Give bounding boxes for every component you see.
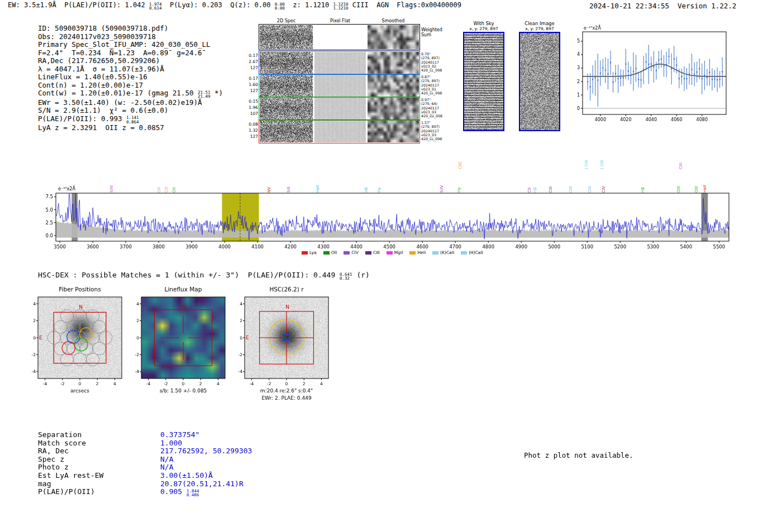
photz-note: Phot z plot not available. [524,451,633,459]
legend-item: OII [323,250,337,255]
fiber-weight-value: 1.96 [241,104,258,111]
spec2d-col-header-2dspec: 2D Spec [260,18,313,23]
hsc-cutout-plot [229,293,335,387]
value-uncertainty-range: 0.000.00 [275,2,285,10]
legend-label: OII [331,250,337,255]
match-value: 0.905 1.8440.486 [160,487,199,496]
info-line: Cont(n) = 1.20(±0.00)e-17 [38,82,223,90]
legend-label: CIV [351,250,359,255]
value-uncertainty-range: 1.12101.1210 [333,2,349,10]
spec2d-image [260,98,313,119]
fiber-annotation-line: 0.87" [421,75,447,79]
fiber-annotation-line: (279, 897) [421,56,447,60]
fiber-positions-plot [22,293,128,387]
withsky-image-frame [463,32,504,131]
legend-label: HeII [417,250,426,255]
match-label: Match score [38,439,160,448]
match-label: Photo z [38,463,160,472]
fiber-weight-value: 1.60 [241,82,258,88]
pixel-flat-image [314,75,366,97]
text-run: 0.905 [160,487,187,496]
fiber-weight-value: 1.32 [241,127,258,133]
match-row: Match score1.000 [38,439,252,448]
fiber-annotation-line: 1.57" [421,121,447,124]
info-line: LyA z = 2.3291 OII z = 0.0857 [38,124,223,132]
info-line: RA,Dec (217.762650,50.299206) [38,57,223,65]
spectrum-legend: LyαOIICIVCIIIMgIIHeII(K)CaII(H)CaII [45,250,740,255]
catalog-match-table: Separation0.373754"Match score1.000RA, D… [38,431,252,496]
spec2d-image [260,121,313,142]
legend-item: CIV [344,250,359,255]
lineflux-map-title: Lineflux Map [141,286,225,293]
fiber-positions-xlabel: arcsecs [38,388,122,394]
clean-coords: x, y: 279, 897 [516,26,563,31]
text-run: EWr = 3.50(±1.40) (w: -2.50(±0.02)e19)Å [38,98,202,107]
fiber-annotation-line: 420_LU_006 [421,114,447,118]
fiber-annotation: 1.57"(279, 897)20240117v023_03420_LL_098 [421,121,447,141]
fiber-weight-value: 0.08 [241,121,258,127]
match-label: Spec z [38,456,160,464]
legend-swatch [302,251,308,255]
legend-swatch [409,251,416,255]
fiber-annotation-line: Sum [421,32,447,37]
match-value: 3.00(±1.50)Å [160,471,213,480]
value-uncertainty-range: 1.9740.614 [149,2,162,10]
legend-swatch [365,251,371,255]
match-label: RA, Dec [38,447,160,456]
report-summary-header: EW: 3.5±1.9Å P(LAE)/P(OII): 1.042 1.9740… [8,1,461,10]
fiber-annotation: WeightedSum [421,27,447,37]
emission-line-label: CIII] [458,161,462,169]
text-run: P(LAE)/P(OII): 0.993 [38,114,126,123]
legend-label: Lyα [309,250,317,255]
match-label: Separation [38,431,160,439]
fiber-annotation: 0.70"(279, 897)20240117v023_02420_LL_098 [421,52,447,72]
text-run: Primary Spec_Slot_IFU_AMP: 420_030_050_L… [38,40,211,49]
match-value: 217.762592, 50.299303 [160,447,252,455]
legend-item: (H)CaII [461,250,483,255]
clean-image-frame [519,32,560,131]
info-line: S/N = 2.9(±1.1) χ² = 0.6(±0.0) [38,107,223,115]
lineflux-map-plot [126,293,232,387]
full-spectrum-plot [45,189,740,255]
text-run: F=2.4" T=0.234 N̄=1.23 A=0.89̄ g=24.6̄ [38,49,202,57]
match-value: N/A [160,455,173,463]
value-uncertainty-range: 1.1410.864 [126,116,139,123]
fiber-weight-value: 127 [241,133,258,140]
match-row: Photo zN/A [38,463,252,472]
fiber-annotation-line: 0.70" [421,52,447,56]
fiber-annotation: 0.87"(279, 897)20240117v023_01420_LL_098 [421,75,447,95]
text-run: λ = 4047.1Å σ = 11.07(±3.96)Å [38,65,164,73]
detection-info-block: ID: 5090039718 (5090039718.pdf)Obs: 2024… [38,25,223,132]
match-row: Spec zN/A [38,456,252,464]
text-run: Cont(w) = 1.20(±0.01)e-17 (gmag 21.50 [38,89,198,97]
fiber-weight-labels: 0.151.96107 [241,98,258,117]
legend-item: (K)CaII [432,250,454,255]
hsc-cutout-title: HSC(26.2) r [245,286,328,293]
fiber-annotation-line: (279, 897) [421,79,447,83]
match-value: 1.000 [160,439,182,447]
clean-title: Clean Image [520,21,559,26]
pixel-flat-image [314,121,366,142]
value-uncertainty-range: 1.8440.486 [187,489,199,497]
legend-item: MgII [387,250,403,255]
text-run: z: 1.1210 [285,1,333,9]
match-row: P(LAE)/P(OII)0.905 1.8440.486 [38,488,252,496]
legend-item: HeII [409,250,426,255]
legend-swatch [432,251,438,255]
text-run: (r) [352,271,370,279]
match-value: 20.87(20.51,21.41)R [160,480,244,488]
emission-line-label: ( OIII [584,160,589,169]
hsc-cutout-sublabel: EWr: 2. PLAE: 0.449 [245,395,328,401]
withsky-coords: x, y: 279, 897 [460,26,507,31]
text-run: P(Lyα): 0.203 Q(z): 0.00 [161,1,274,9]
text-run: S/N = 2.9(±1.1) χ² = 0.6(±0.0) [38,106,168,114]
smoothed-image [368,25,419,49]
text-run: N/A [160,463,173,471]
fiber-annotation-line: v023_03 [421,133,447,137]
fiber-annotation-line: 20240117 [421,129,447,133]
fiber-annotation-line: 0.97" [421,98,447,102]
text-run: 0.373754" [160,430,199,439]
smoothed-image [368,75,419,97]
legend-item: CIII [365,250,380,255]
legend-item: Lyα [302,250,317,255]
